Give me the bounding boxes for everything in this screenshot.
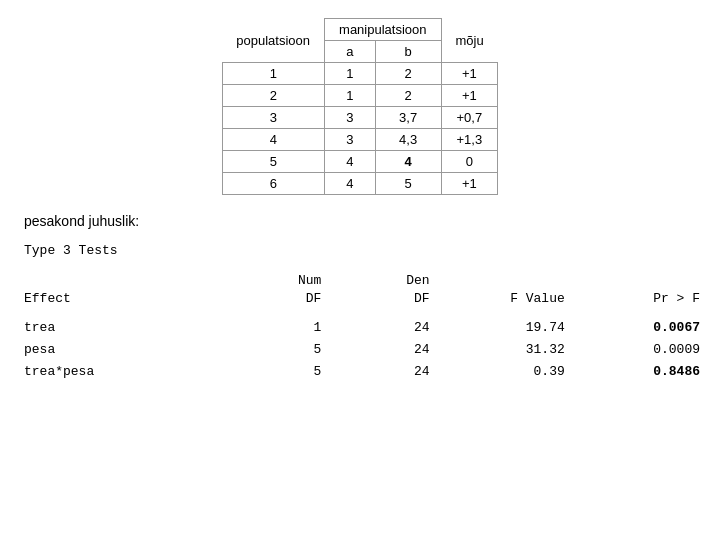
a-cell: 3 <box>325 129 376 151</box>
num-df-label: Num <box>186 272 321 290</box>
b-cell: 2 <box>375 85 441 107</box>
stats-table: Num Den Effect DF DF F Value Pr > F trea… <box>24 272 700 380</box>
stats-row: trea12419.740.0067 <box>24 314 700 336</box>
stats-row: pesa52431.320.0009 <box>24 336 700 358</box>
stats-pr-f: 0.8486 <box>565 358 700 380</box>
type3-title: Type 3 Tests <box>24 243 700 258</box>
stats-den-df: 24 <box>321 336 429 358</box>
moju-header: mõju <box>441 19 498 63</box>
table-row: 645+1 <box>222 173 497 195</box>
populatsioon-header: populatsioon <box>222 19 324 63</box>
table-row: 112+1 <box>222 63 497 85</box>
stats-f-value: 19.74 <box>430 314 565 336</box>
manipulatsioon-header: manipulatsioon <box>325 19 441 41</box>
moju-cell: +1,3 <box>441 129 498 151</box>
num-df-header: DF <box>186 290 321 308</box>
data-table: populatsioon manipulatsioon mõju a b 112… <box>222 18 498 195</box>
f-value-spacer <box>430 272 565 290</box>
a-cell: 3 <box>325 107 376 129</box>
effect-col-header: Effect <box>24 290 186 308</box>
type3-section: Type 3 Tests Num Den Effect DF DF F Valu… <box>20 243 700 380</box>
stats-header-row1: Num Den <box>24 272 700 290</box>
a-header: a <box>325 41 376 63</box>
b-cell: 5 <box>375 173 441 195</box>
stats-header-row2: Effect DF DF F Value Pr > F <box>24 290 700 308</box>
stats-effect: pesa <box>24 336 186 358</box>
moju-cell: 0 <box>441 151 498 173</box>
pesakond-text: pesakond juhuslik: <box>20 213 700 229</box>
stats-num-df: 1 <box>186 314 321 336</box>
b-cell: 4,3 <box>375 129 441 151</box>
moju-cell: +1 <box>441 173 498 195</box>
pop-cell: 2 <box>222 85 324 107</box>
den-df-header: DF <box>321 290 429 308</box>
f-value-header: F Value <box>430 290 565 308</box>
pop-cell: 6 <box>222 173 324 195</box>
stats-row: trea*pesa5240.390.8486 <box>24 358 700 380</box>
table-row: 212+1 <box>222 85 497 107</box>
pop-cell: 5 <box>222 151 324 173</box>
table-row: 5440 <box>222 151 497 173</box>
b-cell: 3,7 <box>375 107 441 129</box>
den-df-label: Den <box>321 272 429 290</box>
b-cell: 4 <box>375 151 441 173</box>
pr-spacer <box>565 272 700 290</box>
moju-cell: +0,7 <box>441 107 498 129</box>
a-cell: 4 <box>325 173 376 195</box>
stats-f-value: 0.39 <box>430 358 565 380</box>
a-cell: 1 <box>325 85 376 107</box>
stats-effect: trea*pesa <box>24 358 186 380</box>
stats-pr-f: 0.0009 <box>565 336 700 358</box>
pop-cell: 3 <box>222 107 324 129</box>
a-cell: 1 <box>325 63 376 85</box>
b-cell: 2 <box>375 63 441 85</box>
stats-den-df: 24 <box>321 314 429 336</box>
pr-f-header: Pr > F <box>565 290 700 308</box>
stats-num-df: 5 <box>186 336 321 358</box>
a-cell: 4 <box>325 151 376 173</box>
stats-effect: trea <box>24 314 186 336</box>
pop-cell: 4 <box>222 129 324 151</box>
stats-den-df: 24 <box>321 358 429 380</box>
pop-cell: 1 <box>222 63 324 85</box>
stats-num-df: 5 <box>186 358 321 380</box>
b-header: b <box>375 41 441 63</box>
data-table-wrapper: populatsioon manipulatsioon mõju a b 112… <box>20 18 700 195</box>
stats-f-value: 31.32 <box>430 336 565 358</box>
effect-header-spacer <box>24 272 186 290</box>
table-row: 333,7+0,7 <box>222 107 497 129</box>
stats-pr-f: 0.0067 <box>565 314 700 336</box>
moju-cell: +1 <box>441 63 498 85</box>
table-row: 434,3+1,3 <box>222 129 497 151</box>
moju-cell: +1 <box>441 85 498 107</box>
